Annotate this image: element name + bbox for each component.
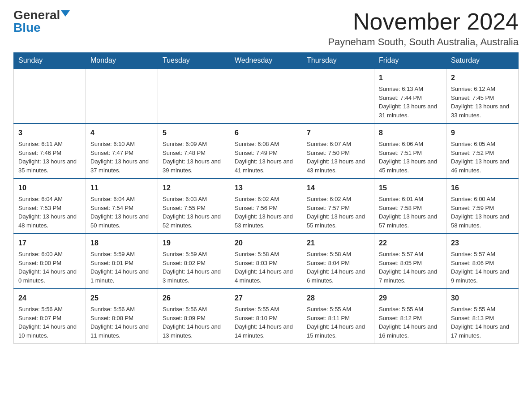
day-of-week-header: Saturday <box>446 53 519 69</box>
calendar-cell <box>230 68 302 124</box>
calendar-cell: 13Sunrise: 6:02 AMSunset: 7:56 PMDayligh… <box>230 179 302 234</box>
day-info: Sunrise: 6:12 AMSunset: 7:45 PMDaylight:… <box>451 85 514 120</box>
day-info: Sunrise: 6:08 AMSunset: 7:49 PMDaylight:… <box>235 140 297 175</box>
day-info: Sunrise: 6:04 AMSunset: 7:53 PMDaylight:… <box>18 195 81 230</box>
day-number: 1 <box>379 73 442 83</box>
day-of-week-header: Tuesday <box>158 53 230 69</box>
calendar-cell: 12Sunrise: 6:03 AMSunset: 7:55 PMDayligh… <box>158 179 230 234</box>
calendar-cell: 28Sunrise: 5:55 AMSunset: 8:11 PMDayligh… <box>302 289 374 344</box>
calendar-cell <box>14 68 86 124</box>
calendar-cell: 5Sunrise: 6:09 AMSunset: 7:48 PMDaylight… <box>158 124 230 179</box>
day-of-week-header: Friday <box>374 53 446 69</box>
day-info: Sunrise: 6:02 AMSunset: 7:56 PMDaylight:… <box>235 195 297 230</box>
day-number: 22 <box>379 238 442 248</box>
logo-general-text: General <box>13 9 60 21</box>
day-number: 29 <box>379 293 442 304</box>
day-number: 13 <box>235 183 297 193</box>
calendar-cell: 11Sunrise: 6:04 AMSunset: 7:54 PMDayligh… <box>86 179 158 234</box>
calendar-cell: 8Sunrise: 6:06 AMSunset: 7:51 PMDaylight… <box>374 124 446 179</box>
calendar-cell: 4Sunrise: 6:10 AMSunset: 7:47 PMDaylight… <box>86 124 158 179</box>
calendar-cell: 15Sunrise: 6:01 AMSunset: 7:58 PMDayligh… <box>374 179 446 234</box>
day-info: Sunrise: 5:56 AMSunset: 8:09 PMDaylight:… <box>163 305 225 340</box>
day-info: Sunrise: 6:07 AMSunset: 7:50 PMDaylight:… <box>307 140 369 175</box>
day-info: Sunrise: 5:57 AMSunset: 8:06 PMDaylight:… <box>451 250 514 285</box>
calendar-cell: 10Sunrise: 6:04 AMSunset: 7:53 PMDayligh… <box>14 179 86 234</box>
day-info: Sunrise: 5:56 AMSunset: 8:07 PMDaylight:… <box>18 305 81 340</box>
day-info: Sunrise: 6:11 AMSunset: 7:46 PMDaylight:… <box>18 140 81 175</box>
day-info: Sunrise: 6:00 AMSunset: 8:00 PMDaylight:… <box>18 250 81 285</box>
day-info: Sunrise: 6:06 AMSunset: 7:51 PMDaylight:… <box>379 140 442 175</box>
calendar-cell: 30Sunrise: 5:55 AMSunset: 8:13 PMDayligh… <box>446 289 519 344</box>
day-info: Sunrise: 6:09 AMSunset: 7:48 PMDaylight:… <box>163 140 225 175</box>
calendar-cell: 9Sunrise: 6:05 AMSunset: 7:52 PMDaylight… <box>446 124 519 179</box>
day-number: 28 <box>307 293 369 304</box>
day-info: Sunrise: 6:03 AMSunset: 7:55 PMDaylight:… <box>163 195 225 230</box>
day-info: Sunrise: 5:58 AMSunset: 8:03 PMDaylight:… <box>235 250 297 285</box>
day-info: Sunrise: 6:04 AMSunset: 7:54 PMDaylight:… <box>90 195 153 230</box>
page-header: General Blue November 2024 Payneham Sout… <box>13 9 519 48</box>
day-number: 21 <box>307 238 369 248</box>
day-number: 10 <box>18 183 81 193</box>
calendar-table: SundayMondayTuesdayWednesdayThursdayFrid… <box>13 52 519 344</box>
calendar-cell: 7Sunrise: 6:07 AMSunset: 7:50 PMDaylight… <box>302 124 374 179</box>
calendar-cell: 24Sunrise: 5:56 AMSunset: 8:07 PMDayligh… <box>14 289 86 344</box>
calendar-week-row: 10Sunrise: 6:04 AMSunset: 7:53 PMDayligh… <box>14 179 519 234</box>
calendar-cell: 23Sunrise: 5:57 AMSunset: 8:06 PMDayligh… <box>446 234 519 289</box>
calendar-cell: 3Sunrise: 6:11 AMSunset: 7:46 PMDaylight… <box>14 124 86 179</box>
day-number: 19 <box>163 238 225 248</box>
calendar-cell: 16Sunrise: 6:00 AMSunset: 7:59 PMDayligh… <box>446 179 519 234</box>
day-number: 25 <box>90 293 153 304</box>
day-info: Sunrise: 5:55 AMSunset: 8:11 PMDaylight:… <box>307 305 369 340</box>
day-number: 16 <box>451 183 514 193</box>
day-info: Sunrise: 5:59 AMSunset: 8:01 PMDaylight:… <box>90 250 153 285</box>
month-title: November 2024 <box>328 9 519 34</box>
day-of-week-header: Monday <box>86 53 158 69</box>
day-info: Sunrise: 6:02 AMSunset: 7:57 PMDaylight:… <box>307 195 369 230</box>
calendar-cell: 18Sunrise: 5:59 AMSunset: 8:01 PMDayligh… <box>86 234 158 289</box>
day-info: Sunrise: 5:57 AMSunset: 8:05 PMDaylight:… <box>379 250 442 285</box>
day-info: Sunrise: 6:01 AMSunset: 7:58 PMDaylight:… <box>379 195 442 230</box>
calendar-cell: 26Sunrise: 5:56 AMSunset: 8:09 PMDayligh… <box>158 289 230 344</box>
logo: General Blue <box>13 9 70 34</box>
day-info: Sunrise: 6:05 AMSunset: 7:52 PMDaylight:… <box>451 140 514 175</box>
calendar-cell: 19Sunrise: 5:59 AMSunset: 8:02 PMDayligh… <box>158 234 230 289</box>
calendar-cell: 20Sunrise: 5:58 AMSunset: 8:03 PMDayligh… <box>230 234 302 289</box>
day-info: Sunrise: 5:55 AMSunset: 8:13 PMDaylight:… <box>451 305 514 340</box>
day-number: 2 <box>451 73 514 83</box>
logo-blue-text: Blue <box>13 21 41 34</box>
calendar-cell: 25Sunrise: 5:56 AMSunset: 8:08 PMDayligh… <box>86 289 158 344</box>
title-section: November 2024 Payneham South, South Aust… <box>328 9 519 48</box>
calendar-week-row: 3Sunrise: 6:11 AMSunset: 7:46 PMDaylight… <box>14 124 519 179</box>
day-number: 11 <box>90 183 153 193</box>
day-number: 12 <box>163 183 225 193</box>
calendar-week-row: 17Sunrise: 6:00 AMSunset: 8:00 PMDayligh… <box>14 234 519 289</box>
day-of-week-header: Wednesday <box>230 53 302 69</box>
day-number: 5 <box>163 128 225 138</box>
day-number: 26 <box>163 293 225 304</box>
day-info: Sunrise: 5:58 AMSunset: 8:04 PMDaylight:… <box>307 250 369 285</box>
day-info: Sunrise: 5:56 AMSunset: 8:08 PMDaylight:… <box>90 305 153 340</box>
day-number: 24 <box>18 293 81 304</box>
calendar-week-row: 24Sunrise: 5:56 AMSunset: 8:07 PMDayligh… <box>14 289 519 344</box>
calendar-cell: 6Sunrise: 6:08 AMSunset: 7:49 PMDaylight… <box>230 124 302 179</box>
day-info: Sunrise: 5:59 AMSunset: 8:02 PMDaylight:… <box>163 250 225 285</box>
calendar-cell <box>158 68 230 124</box>
calendar-cell <box>302 68 374 124</box>
day-number: 6 <box>235 128 297 138</box>
day-info: Sunrise: 6:00 AMSunset: 7:59 PMDaylight:… <box>451 195 514 230</box>
day-number: 27 <box>235 293 297 304</box>
day-info: Sunrise: 6:13 AMSunset: 7:44 PMDaylight:… <box>379 85 442 120</box>
calendar-cell: 1Sunrise: 6:13 AMSunset: 7:44 PMDaylight… <box>374 68 446 124</box>
calendar-cell: 17Sunrise: 6:00 AMSunset: 8:00 PMDayligh… <box>14 234 86 289</box>
calendar-cell: 27Sunrise: 5:55 AMSunset: 8:10 PMDayligh… <box>230 289 302 344</box>
calendar-cell <box>86 68 158 124</box>
day-number: 14 <box>307 183 369 193</box>
day-of-week-header: Sunday <box>14 53 86 69</box>
day-number: 8 <box>379 128 442 138</box>
day-number: 3 <box>18 128 81 138</box>
day-number: 20 <box>235 238 297 248</box>
calendar-cell: 2Sunrise: 6:12 AMSunset: 7:45 PMDaylight… <box>446 68 519 124</box>
calendar-cell: 22Sunrise: 5:57 AMSunset: 8:05 PMDayligh… <box>374 234 446 289</box>
day-of-week-header: Thursday <box>302 53 374 69</box>
logo-triangle-icon <box>61 10 70 17</box>
